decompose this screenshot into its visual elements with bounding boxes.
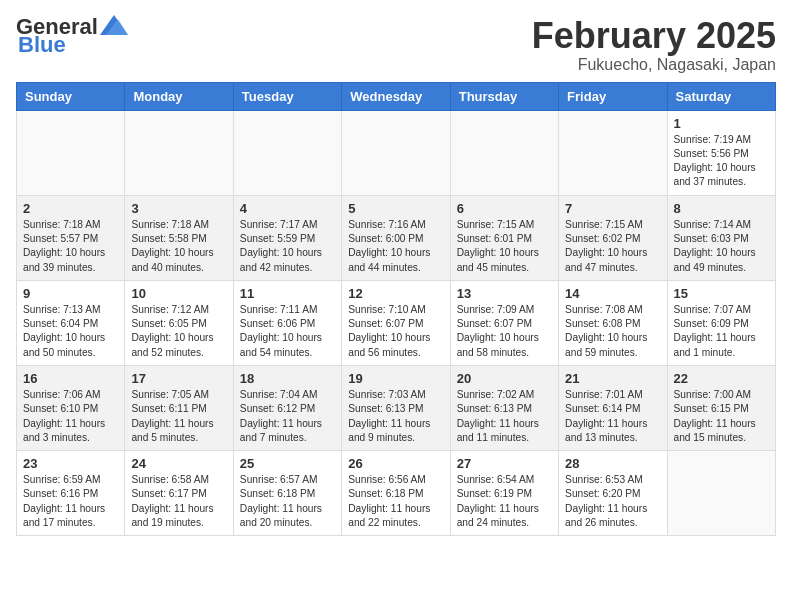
day-info: Sunrise: 7:18 AM Sunset: 5:58 PM Dayligh… [131,218,226,275]
day-number: 6 [457,201,552,216]
day-number: 12 [348,286,443,301]
day-cell: 24Sunrise: 6:58 AM Sunset: 6:17 PM Dayli… [125,451,233,536]
day-number: 22 [674,371,769,386]
day-info: Sunrise: 7:02 AM Sunset: 6:13 PM Dayligh… [457,388,552,445]
day-number: 24 [131,456,226,471]
day-cell: 17Sunrise: 7:05 AM Sunset: 6:11 PM Dayli… [125,365,233,450]
weekday-monday: Monday [125,82,233,110]
day-cell: 14Sunrise: 7:08 AM Sunset: 6:08 PM Dayli… [559,280,667,365]
day-number: 19 [348,371,443,386]
day-info: Sunrise: 6:53 AM Sunset: 6:20 PM Dayligh… [565,473,660,530]
day-cell: 11Sunrise: 7:11 AM Sunset: 6:06 PM Dayli… [233,280,341,365]
day-number: 25 [240,456,335,471]
day-cell: 8Sunrise: 7:14 AM Sunset: 6:03 PM Daylig… [667,195,775,280]
day-cell: 1Sunrise: 7:19 AM Sunset: 5:56 PM Daylig… [667,110,775,195]
calendar: SundayMondayTuesdayWednesdayThursdayFrid… [16,82,776,537]
day-number: 23 [23,456,118,471]
day-cell: 20Sunrise: 7:02 AM Sunset: 6:13 PM Dayli… [450,365,558,450]
day-number: 4 [240,201,335,216]
day-cell: 5Sunrise: 7:16 AM Sunset: 6:00 PM Daylig… [342,195,450,280]
day-info: Sunrise: 7:14 AM Sunset: 6:03 PM Dayligh… [674,218,769,275]
title-area: February 2025 Fukuecho, Nagasaki, Japan [532,16,776,74]
day-number: 1 [674,116,769,131]
weekday-saturday: Saturday [667,82,775,110]
day-number: 3 [131,201,226,216]
day-cell: 26Sunrise: 6:56 AM Sunset: 6:18 PM Dayli… [342,451,450,536]
day-cell: 23Sunrise: 6:59 AM Sunset: 6:16 PM Dayli… [17,451,125,536]
day-number: 28 [565,456,660,471]
day-info: Sunrise: 7:08 AM Sunset: 6:08 PM Dayligh… [565,303,660,360]
day-info: Sunrise: 7:07 AM Sunset: 6:09 PM Dayligh… [674,303,769,360]
day-info: Sunrise: 7:01 AM Sunset: 6:14 PM Dayligh… [565,388,660,445]
day-number: 20 [457,371,552,386]
day-cell [450,110,558,195]
day-cell [559,110,667,195]
weekday-sunday: Sunday [17,82,125,110]
day-info: Sunrise: 6:59 AM Sunset: 6:16 PM Dayligh… [23,473,118,530]
day-cell: 22Sunrise: 7:00 AM Sunset: 6:15 PM Dayli… [667,365,775,450]
day-number: 27 [457,456,552,471]
day-info: Sunrise: 7:18 AM Sunset: 5:57 PM Dayligh… [23,218,118,275]
month-title: February 2025 [532,16,776,56]
day-cell: 18Sunrise: 7:04 AM Sunset: 6:12 PM Dayli… [233,365,341,450]
day-number: 7 [565,201,660,216]
day-cell: 16Sunrise: 7:06 AM Sunset: 6:10 PM Dayli… [17,365,125,450]
day-info: Sunrise: 7:00 AM Sunset: 6:15 PM Dayligh… [674,388,769,445]
day-number: 14 [565,286,660,301]
day-cell: 12Sunrise: 7:10 AM Sunset: 6:07 PM Dayli… [342,280,450,365]
day-info: Sunrise: 6:54 AM Sunset: 6:19 PM Dayligh… [457,473,552,530]
day-number: 18 [240,371,335,386]
day-info: Sunrise: 7:03 AM Sunset: 6:13 PM Dayligh… [348,388,443,445]
day-number: 2 [23,201,118,216]
day-cell: 2Sunrise: 7:18 AM Sunset: 5:57 PM Daylig… [17,195,125,280]
day-info: Sunrise: 7:09 AM Sunset: 6:07 PM Dayligh… [457,303,552,360]
weekday-wednesday: Wednesday [342,82,450,110]
day-cell: 15Sunrise: 7:07 AM Sunset: 6:09 PM Dayli… [667,280,775,365]
day-cell: 9Sunrise: 7:13 AM Sunset: 6:04 PM Daylig… [17,280,125,365]
day-cell: 10Sunrise: 7:12 AM Sunset: 6:05 PM Dayli… [125,280,233,365]
day-info: Sunrise: 7:04 AM Sunset: 6:12 PM Dayligh… [240,388,335,445]
day-info: Sunrise: 6:57 AM Sunset: 6:18 PM Dayligh… [240,473,335,530]
day-cell: 7Sunrise: 7:15 AM Sunset: 6:02 PM Daylig… [559,195,667,280]
day-number: 15 [674,286,769,301]
day-info: Sunrise: 7:10 AM Sunset: 6:07 PM Dayligh… [348,303,443,360]
week-row-5: 23Sunrise: 6:59 AM Sunset: 6:16 PM Dayli… [17,451,776,536]
day-info: Sunrise: 7:12 AM Sunset: 6:05 PM Dayligh… [131,303,226,360]
week-row-1: 1Sunrise: 7:19 AM Sunset: 5:56 PM Daylig… [17,110,776,195]
day-info: Sunrise: 7:15 AM Sunset: 6:02 PM Dayligh… [565,218,660,275]
day-info: Sunrise: 7:19 AM Sunset: 5:56 PM Dayligh… [674,133,769,190]
weekday-thursday: Thursday [450,82,558,110]
day-number: 13 [457,286,552,301]
logo-blue: Blue [18,32,66,58]
weekday-friday: Friday [559,82,667,110]
location: Fukuecho, Nagasaki, Japan [532,56,776,74]
day-number: 17 [131,371,226,386]
logo-icon [100,15,128,35]
week-row-3: 9Sunrise: 7:13 AM Sunset: 6:04 PM Daylig… [17,280,776,365]
day-info: Sunrise: 7:05 AM Sunset: 6:11 PM Dayligh… [131,388,226,445]
day-cell: 6Sunrise: 7:15 AM Sunset: 6:01 PM Daylig… [450,195,558,280]
day-cell [667,451,775,536]
day-info: Sunrise: 6:56 AM Sunset: 6:18 PM Dayligh… [348,473,443,530]
day-number: 10 [131,286,226,301]
day-cell [125,110,233,195]
day-cell: 25Sunrise: 6:57 AM Sunset: 6:18 PM Dayli… [233,451,341,536]
day-number: 16 [23,371,118,386]
day-number: 5 [348,201,443,216]
day-info: Sunrise: 7:17 AM Sunset: 5:59 PM Dayligh… [240,218,335,275]
day-cell [342,110,450,195]
day-cell: 13Sunrise: 7:09 AM Sunset: 6:07 PM Dayli… [450,280,558,365]
weekday-tuesday: Tuesday [233,82,341,110]
day-cell: 4Sunrise: 7:17 AM Sunset: 5:59 PM Daylig… [233,195,341,280]
day-cell [17,110,125,195]
day-info: Sunrise: 7:16 AM Sunset: 6:00 PM Dayligh… [348,218,443,275]
day-info: Sunrise: 7:15 AM Sunset: 6:01 PM Dayligh… [457,218,552,275]
day-number: 11 [240,286,335,301]
week-row-2: 2Sunrise: 7:18 AM Sunset: 5:57 PM Daylig… [17,195,776,280]
day-info: Sunrise: 6:58 AM Sunset: 6:17 PM Dayligh… [131,473,226,530]
day-number: 9 [23,286,118,301]
day-info: Sunrise: 7:13 AM Sunset: 6:04 PM Dayligh… [23,303,118,360]
weekday-header-row: SundayMondayTuesdayWednesdayThursdayFrid… [17,82,776,110]
page-header: General Blue February 2025 Fukuecho, Nag… [16,16,776,74]
day-number: 21 [565,371,660,386]
